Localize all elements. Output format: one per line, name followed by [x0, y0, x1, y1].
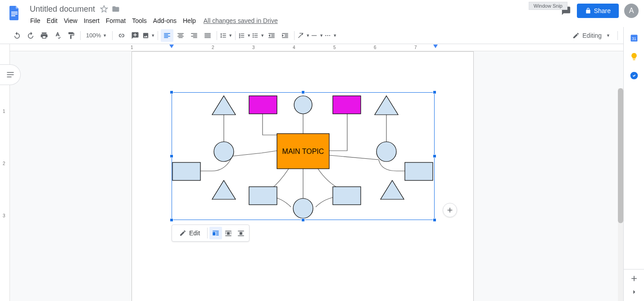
calendar-icon[interactable]: 31: [630, 33, 639, 42]
svg-rect-24: [216, 234, 219, 234]
svg-rect-35: [238, 235, 244, 236]
svg-rect-27: [227, 232, 230, 235]
increase-indent-button[interactable]: [279, 29, 291, 42]
resize-handle-bm[interactable]: [301, 218, 305, 222]
insert-image-button[interactable]: ▼: [142, 29, 155, 42]
wrap-break-button[interactable]: [235, 227, 247, 239]
document-outline-button[interactable]: [0, 64, 21, 85]
save-status[interactable]: All changes saved in Drive: [204, 17, 278, 24]
border-dash-button[interactable]: ▼: [324, 29, 337, 42]
horizontal-ruler[interactable]: 1 2 3 4 5 6 7: [10, 44, 644, 51]
chevron-down-icon: ▼: [151, 33, 155, 38]
editing-mode-button[interactable]: Editing ▼: [568, 30, 615, 41]
toolbar-separator: [294, 31, 295, 40]
svg-rect-22: [213, 232, 215, 236]
svg-rect-32: [225, 235, 231, 236]
toolbar: 100%▼ ▼ ▼ ▼ ▼ ▼ ▼ ▼ Editing ▼: [0, 27, 644, 44]
resize-handle-mr[interactable]: [433, 154, 436, 158]
star-icon[interactable]: [99, 4, 109, 14]
resize-handle-ml[interactable]: [170, 154, 173, 158]
resize-handle-br[interactable]: [433, 218, 436, 222]
header: Untitled document File Edit View Insert …: [0, 0, 644, 27]
window-snip-badge: Window Snip: [529, 2, 567, 10]
svg-rect-25: [216, 235, 219, 236]
insert-link-button[interactable]: [115, 29, 128, 42]
svg-point-5: [253, 36, 254, 38]
image-options-toolbar: Edit: [172, 225, 249, 242]
share-button[interactable]: Share: [577, 4, 619, 18]
menu-tools[interactable]: Tools: [129, 15, 150, 26]
indent-marker-right[interactable]: [433, 45, 438, 48]
wrap-text-button[interactable]: [222, 227, 235, 239]
document-title[interactable]: Untitled document: [27, 4, 98, 15]
svg-rect-2: [11, 15, 15, 16]
avatar[interactable]: A: [624, 4, 639, 18]
align-left-button[interactable]: [161, 29, 173, 42]
chevron-down-icon: ▼: [103, 33, 107, 38]
bullet-list-button[interactable]: ▼: [252, 29, 264, 42]
add-addon-icon[interactable]: [630, 274, 639, 283]
svg-rect-29: [231, 232, 231, 233]
svg-rect-30: [225, 234, 226, 234]
paint-format-button[interactable]: [65, 29, 77, 42]
chevron-down-icon: ▼: [306, 33, 310, 38]
resize-handle-bl[interactable]: [170, 218, 173, 222]
resize-handle-tr[interactable]: [433, 90, 436, 94]
align-justify-button[interactable]: [201, 29, 214, 42]
document-page[interactable]: MAIN TOPIC Edit: [132, 51, 474, 301]
spellcheck-button[interactable]: [51, 29, 64, 42]
menu-view[interactable]: View: [61, 15, 81, 26]
clear-formatting-button[interactable]: ▼: [297, 29, 310, 42]
svg-rect-31: [231, 234, 231, 234]
tasks-icon[interactable]: [630, 71, 639, 80]
toolbar-separator: [80, 31, 81, 40]
hide-sidepanel-icon[interactable]: [630, 288, 639, 297]
undo-button[interactable]: [11, 29, 23, 42]
svg-rect-1: [11, 13, 18, 14]
print-button[interactable]: [38, 29, 50, 42]
border-style-button[interactable]: ▼: [311, 29, 323, 42]
wrap-inline-button[interactable]: [209, 227, 222, 239]
menu-insert[interactable]: Insert: [81, 15, 103, 26]
menu-help[interactable]: Help: [180, 15, 199, 26]
svg-rect-34: [240, 232, 242, 235]
menu-format[interactable]: Format: [103, 15, 129, 26]
line-spacing-button[interactable]: ▼: [220, 29, 232, 42]
menu-file[interactable]: File: [27, 15, 44, 26]
checklist-button[interactable]: ▼: [238, 29, 251, 42]
drawing-object[interactable]: MAIN TOPIC Edit: [172, 92, 435, 220]
redo-button[interactable]: [24, 29, 37, 42]
indent-marker-left[interactable]: [169, 45, 174, 48]
toolbar-separator: [235, 31, 236, 40]
resize-handle-tm[interactable]: [301, 90, 305, 94]
keep-icon[interactable]: [630, 52, 639, 61]
title-area: Untitled document File Edit View Insert …: [27, 4, 561, 27]
lock-icon: [585, 8, 591, 14]
align-center-button[interactable]: [174, 29, 187, 42]
vertical-scrollbar[interactable]: [618, 88, 623, 301]
svg-text:31: 31: [632, 36, 636, 41]
docs-logo[interactable]: [5, 4, 23, 22]
svg-point-3: [253, 33, 254, 34]
chevron-down-icon: ▼: [333, 33, 337, 38]
menu-edit[interactable]: Edit: [44, 15, 61, 26]
edit-drawing-button[interactable]: Edit: [174, 227, 205, 239]
folder-icon[interactable]: [110, 4, 121, 14]
add-comment-bubble-button[interactable]: [443, 203, 457, 217]
add-comment-button[interactable]: [129, 29, 141, 42]
resize-handle-tl[interactable]: [170, 90, 173, 94]
chevron-down-icon: ▼: [319, 33, 323, 38]
chevron-down-icon: ▼: [260, 33, 264, 38]
chevron-down-icon: ▼: [606, 33, 610, 38]
svg-rect-26: [225, 231, 231, 232]
toolbar-separator: [617, 31, 618, 40]
zoom-selector[interactable]: 100%▼: [83, 32, 109, 39]
chevron-down-icon: ▼: [228, 33, 232, 38]
menu-addons[interactable]: Add-ons: [150, 15, 180, 26]
scroll-thumb[interactable]: [618, 88, 623, 223]
decrease-indent-button[interactable]: [265, 29, 278, 42]
align-right-button[interactable]: [188, 29, 200, 42]
svg-rect-28: [225, 232, 226, 233]
header-right: Share A: [561, 4, 639, 18]
svg-point-4: [253, 35, 254, 36]
